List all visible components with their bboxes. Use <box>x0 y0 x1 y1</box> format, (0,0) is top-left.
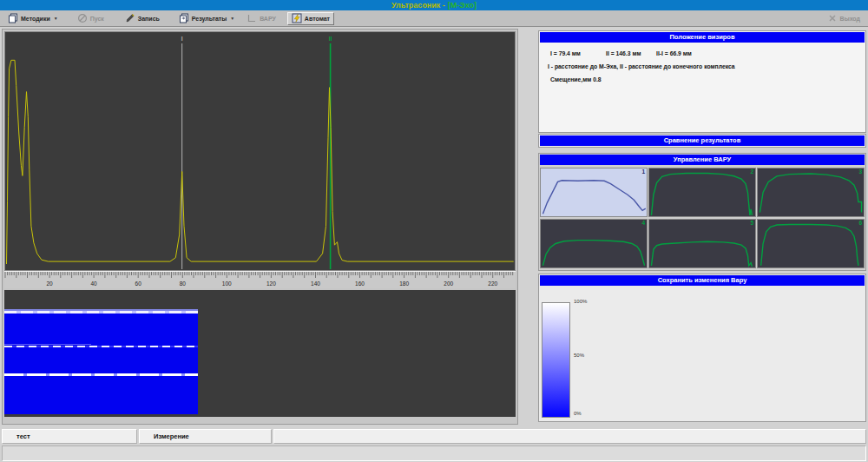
bottom-message-bar <box>2 446 866 461</box>
depth-ruler[interactable]: 20406080100120140160180200220 <box>4 271 516 288</box>
results-label: Результаты <box>192 16 227 22</box>
markers-description: I - расстояние до М-Эха, II - расстояние… <box>548 63 735 69</box>
record-label: Запись <box>138 16 160 22</box>
ruler-label-200: 200 <box>444 280 453 287</box>
ruler-label-60: 60 <box>135 280 142 287</box>
visor-position-box: Положение визиров I = 79.4 мм II = 146.3… <box>538 30 866 133</box>
status-cell-mode: тест <box>2 429 137 444</box>
compare-results-header[interactable]: Сравнение результатов <box>540 135 865 146</box>
bscan-streak-2a <box>4 344 91 345</box>
varu-panel-1[interactable]: 1 <box>540 168 648 217</box>
ruler-label-120: 120 <box>266 280 276 287</box>
results-pages-icon <box>179 13 189 23</box>
scale-label-0: 0% <box>574 411 582 416</box>
varu-curve-4 <box>541 220 647 267</box>
varu-curve-3 <box>758 168 864 216</box>
chevron-down-icon: ▼ <box>230 16 234 21</box>
ruler-label-100: 100 <box>222 280 232 287</box>
status-cell-measure: Измерение <box>139 429 272 444</box>
ruler-label-160: 160 <box>355 280 365 287</box>
exit-label: Выход <box>840 16 860 22</box>
start-button[interactable]: Пуск <box>73 12 108 25</box>
app-title: Ультрасоник - <box>391 1 445 10</box>
ruler-label-80: 80 <box>180 280 187 287</box>
record-pencil-icon <box>125 13 135 23</box>
varu-panel-number: 4 <box>641 220 645 226</box>
ruler-label-220: 220 <box>488 280 497 287</box>
varu-control-header[interactable]: Управление ВАРУ <box>540 155 865 165</box>
varu-panels-grid: 123456 <box>540 168 865 268</box>
varu-panel-5[interactable]: 5 <box>648 219 756 268</box>
toolbar: Методики ▼ Пуск Запись Результаты ▼ ВАРУ <box>0 10 868 27</box>
varu-curve-5 <box>649 220 755 267</box>
varu-panel-number: 3 <box>858 168 862 175</box>
bscan-streak-2 <box>4 346 198 347</box>
bscan-streak-3 <box>4 373 198 376</box>
varu-label: ВАРУ <box>260 16 276 22</box>
varu-corner-icon <box>247 13 257 23</box>
marker-i-label: I <box>181 36 183 42</box>
automat-icon <box>292 13 302 23</box>
compare-results-box: Сравнение результатов <box>538 134 866 148</box>
status-cell-extra <box>273 429 866 444</box>
ruler-ticks: 20406080100120140160180200220 <box>4 272 514 288</box>
ascan-plot[interactable]: III <box>4 31 516 271</box>
varu-control-box: Управление ВАРУ 123456 <box>538 153 866 271</box>
varu-panel-2[interactable]: 2 <box>648 168 756 217</box>
record-button[interactable]: Запись <box>121 12 164 25</box>
ascan-trace <box>7 60 514 264</box>
varu-panel-number: 1 <box>641 168 645 175</box>
varu-panel-4[interactable]: 4 <box>540 219 648 268</box>
chevron-down-icon: ▼ <box>54 16 58 21</box>
offset-value: Смещение,мм 0.8 <box>550 76 602 82</box>
varu-panel-3[interactable]: 3 <box>757 168 865 217</box>
methods-label: Методики <box>21 16 50 22</box>
methods-pages-icon <box>8 13 18 23</box>
varu-panel-6[interactable]: 6 <box>757 219 865 268</box>
marker-diff-value: II-I = 66.9 мм <box>656 50 692 56</box>
varu-panel-number: 2 <box>750 168 753 175</box>
bscan-streak-1 <box>4 311 198 314</box>
results-button[interactable]: Результаты ▼ <box>174 12 239 25</box>
marker1-value: I = 79.4 мм <box>550 50 581 56</box>
methods-button[interactable]: Методики ▼ <box>3 12 62 25</box>
ruler-label-180: 180 <box>399 280 409 287</box>
marker2-value: II = 146.3 мм <box>606 50 641 56</box>
document-title: [М-Эхо] <box>448 1 477 10</box>
save-varu-box: Сохранить изменения Вару 100% 50% 0% <box>538 274 866 422</box>
marker-ii-label: II <box>329 36 332 42</box>
visor-position-header[interactable]: Положение визиров <box>540 32 865 43</box>
varu-panel-number: 6 <box>858 220 862 226</box>
automat-button[interactable]: Автомат <box>287 12 334 25</box>
bscan-image[interactable] <box>4 309 198 414</box>
exit-button[interactable]: Выход <box>823 12 865 25</box>
close-x-icon <box>827 13 838 23</box>
controls-panel: Положение визиров I = 79.4 мм II = 146.3… <box>538 29 866 423</box>
ascan-waveform: III <box>5 32 515 270</box>
varu-panel-number: 5 <box>750 220 753 226</box>
varu-curve-1 <box>541 168 647 216</box>
ruler-label-140: 140 <box>311 280 320 287</box>
bscan-area <box>4 290 516 417</box>
ruler-label-20: 20 <box>46 280 53 287</box>
gain-gradient-bar[interactable] <box>542 302 570 418</box>
scale-label-100: 100% <box>574 299 587 304</box>
start-label: Пуск <box>90 16 104 22</box>
varu-button[interactable]: ВАРУ <box>242 12 280 25</box>
automat-label: Автомат <box>305 16 330 22</box>
window-title-bar: Ультрасоник -[М-Эхо] <box>0 0 868 10</box>
save-varu-header[interactable]: Сохранить изменения Вару <box>540 275 865 286</box>
ruler-label-40: 40 <box>90 280 97 287</box>
varu-curve-6 <box>758 220 864 267</box>
varu-curve-2 <box>649 168 755 216</box>
start-icon <box>77 13 88 23</box>
scale-label-50: 50% <box>574 353 584 358</box>
scan-panel: III 20406080100120140160180200220 <box>2 29 518 425</box>
